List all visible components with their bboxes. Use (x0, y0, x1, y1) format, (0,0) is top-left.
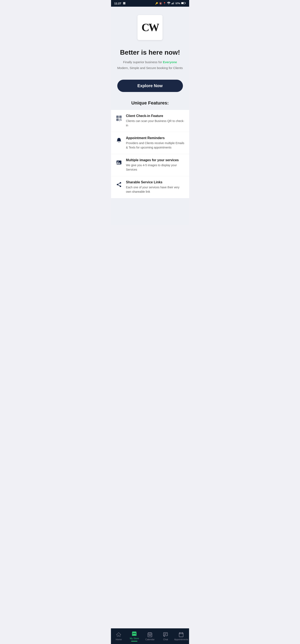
svg-rect-4 (174, 2, 174, 4)
feature-reminders-content: Appointment Reminders Providers and Clie… (126, 136, 185, 150)
hero-subtitle-2: Modern, Simple and Secure booking for Cl… (117, 66, 183, 70)
logo-box: CW (137, 15, 163, 40)
image-icon (115, 159, 123, 166)
svg-line-25 (118, 183, 120, 184)
logo: CW (141, 22, 159, 33)
battery-icon (181, 2, 186, 5)
feature-links-title: Sharable Service Links (126, 180, 185, 184)
feature-checkin-title: Client Check-in Feature (126, 114, 185, 118)
svg-rect-1 (171, 3, 172, 4)
svg-rect-16 (119, 120, 120, 120)
feature-reminders: Appointment Reminders Providers and Clie… (111, 132, 189, 154)
signal-icon (171, 2, 174, 5)
feature-links-content: Sharable Service Links Each one of your … (126, 180, 185, 194)
svg-rect-18 (119, 121, 120, 121)
feature-links: Sharable Service Links Each one of your … (111, 176, 189, 198)
subtitle-highlight: Everyone (163, 60, 177, 64)
svg-rect-11 (120, 116, 121, 118)
qr-icon (115, 114, 123, 122)
svg-rect-3 (173, 2, 173, 4)
feature-images-content: Multiple images for your services We giv… (126, 158, 185, 172)
feature-checkin-desc: Clients can scan your Business QR to che… (126, 119, 185, 128)
features-header: Unique Features: (111, 96, 189, 108)
feature-images-desc: We give you 4-5 images to display your S… (126, 163, 185, 172)
feature-images-title: Multiple images for your services (126, 158, 185, 162)
svg-rect-7 (185, 3, 185, 3)
feature-links-desc: Each one of your services have their ver… (126, 185, 185, 194)
explore-now-button[interactable]: Explore Now (117, 80, 183, 92)
svg-point-0 (169, 4, 169, 4)
main-content: CW Better is here now! Finally superior … (111, 7, 189, 225)
mute-icon: 🔇 (159, 2, 162, 5)
svg-point-21 (120, 182, 121, 184)
svg-line-24 (118, 185, 120, 186)
subtitle-plain: Finally superior business for (123, 60, 163, 64)
feature-checkin-content: Client Check-in Feature Clients can scan… (126, 114, 185, 128)
key-icon: 🔑 (155, 2, 158, 5)
feature-images: Multiple images for your services We giv… (111, 154, 189, 176)
svg-rect-6 (181, 2, 183, 4)
battery-text: 57% (175, 2, 180, 4)
svg-point-20 (117, 162, 119, 162)
status-bar: 11:27 🖼 🔑 🔇 📍 57% (111, 0, 189, 7)
status-icons: 🔑 🔇 📍 57% (155, 2, 186, 5)
svg-rect-9 (117, 116, 118, 118)
hero-subtitle-1: Finally superior business for Everyone (117, 60, 183, 65)
wifi-icon (167, 2, 170, 5)
status-time: 11:27 🖼 (114, 2, 125, 5)
svg-rect-13 (117, 119, 118, 120)
feature-checkin: Client Check-in Feature Clients can scan… (111, 110, 189, 132)
svg-rect-19 (116, 160, 121, 164)
svg-rect-17 (121, 120, 121, 121)
svg-rect-2 (172, 3, 173, 4)
features-list: Client Check-in Feature Clients can scan… (111, 110, 189, 198)
hero-title: Better is here now! (117, 48, 183, 56)
hero-section: Better is here now! Finally superior bus… (111, 44, 189, 74)
svg-rect-15 (120, 119, 121, 119)
feature-reminders-desc: Providers and Clients receive multiple E… (126, 141, 185, 150)
svg-point-22 (117, 184, 118, 186)
logo-section: CW (111, 7, 189, 44)
cta-section: Explore Now (111, 74, 189, 96)
share-icon (115, 181, 123, 188)
features-title: Unique Features: (115, 100, 185, 106)
feature-reminders-title: Appointment Reminders (126, 136, 185, 140)
svg-point-23 (120, 186, 121, 187)
svg-rect-14 (119, 119, 120, 119)
location-icon: 📍 (163, 2, 166, 5)
bell-icon (115, 136, 123, 144)
